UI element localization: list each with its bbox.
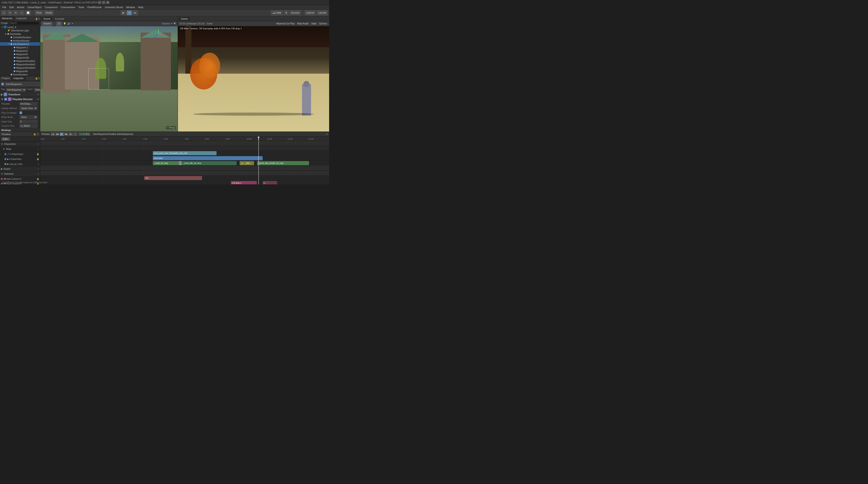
account-button[interactable]: Account	[289, 10, 301, 15]
update-method-select[interactable]: Game Time	[20, 106, 37, 110]
step-button[interactable]: ⏭	[132, 10, 138, 15]
tab-hierarchy[interactable]: Hierarchy	[0, 16, 14, 21]
tab-inspector-top[interactable]: Inspector	[14, 16, 29, 21]
menu-window[interactable]: Window	[125, 5, 136, 9]
gizmos-dropdown[interactable]: ▾	[171, 22, 172, 25]
hierarchy-search[interactable]	[8, 22, 39, 25]
cameras-add[interactable]: +	[38, 173, 39, 175]
hierarchy-item[interactable]: ◆ Waypoint6	[0, 69, 40, 73]
pn1-lock[interactable]: 🔒	[37, 153, 39, 155]
recorded-clip[interactable]: Recorded	[153, 156, 263, 160]
timeline-end-btn[interactable]: ▶|	[69, 132, 73, 136]
hierarchy-item[interactable]: ◆ EventSystem	[0, 73, 40, 76]
toolbar-rect-btn[interactable]: ⬜	[25, 10, 31, 15]
main-camera-track-1[interactable]: 📷 Main Camera (C 🔒	[0, 176, 40, 182]
timeline-menu[interactable]: ☰	[37, 133, 39, 135]
menu-gameobject[interactable]: GameObject	[26, 5, 43, 9]
audio-clip[interactable]: vocs_over_over_firstcastle_intro_n04	[153, 151, 216, 155]
ply-gn-ninja-track[interactable]: ▶ ♦ ply_gn_ninja ●	[0, 162, 40, 166]
menu-file[interactable]: File	[1, 5, 8, 9]
menu-geometry-brush[interactable]: Geometry Brush	[103, 5, 124, 9]
maximize-button[interactable]: □	[102, 1, 105, 4]
menu-edit[interactable]: Edit	[8, 5, 15, 9]
timeline-start-btn[interactable]: |◀	[51, 132, 55, 136]
characters-add[interactable]: +	[38, 143, 39, 145]
cameras-group-header[interactable]: ▼ Cameras +	[0, 171, 40, 176]
minimize-button[interactable]: ─	[98, 1, 101, 4]
tab-scene[interactable]: Scene	[41, 17, 52, 21]
player-ninja-track-1[interactable]: 🎵 ♦ PlayerNinja [ 🔒	[0, 152, 40, 157]
playable-value[interactable]	[20, 102, 37, 105]
timeline-play-btn[interactable]: ▶	[60, 132, 64, 136]
hierarchy-item[interactable]: ◆ Waypoint2	[0, 49, 40, 53]
hierarchy-item[interactable]: ◆ WaypointHostile2	[0, 63, 40, 66]
guard-add[interactable]: +	[38, 168, 39, 170]
global-button[interactable]: Global	[44, 10, 54, 15]
ninja-add[interactable]: +	[38, 148, 39, 150]
guard-group-header[interactable]: ▶ Guard +	[0, 166, 40, 171]
crawl-loop-clip[interactable]: _crawl_00_loop	[153, 161, 179, 165]
mute-audio-btn[interactable]: Mute Audio	[296, 22, 309, 25]
menu-component[interactable]: Component	[43, 5, 59, 9]
initial-time-field[interactable]	[20, 120, 37, 123]
transform-component-header[interactable]: ▶ T Transform ⚙	[0, 92, 40, 97]
ninja-group[interactable]: ▼ Ninja +	[0, 147, 40, 152]
game-canvas[interactable]: CM Main Camera: CM Gameplay dolly A 39% …	[178, 26, 329, 131]
stand-idle-clip[interactable]: _stand_idle_breath_00_loop	[257, 161, 309, 165]
stats-btn[interactable]: Stats	[310, 22, 317, 25]
characters-group-header[interactable]: ▼ Characters +	[0, 142, 40, 147]
pause-button[interactable]: ⏸	[127, 10, 132, 15]
inspector-lock[interactable]: 🔒	[35, 77, 38, 79]
shaded-button[interactable]: Shaded	[41, 21, 53, 26]
hierarchy-item[interactable]: ◆ Waypoint3b	[0, 56, 40, 59]
hierarchy-item[interactable]: ◆ ConstantSystem	[0, 35, 40, 39]
object-name-field[interactable]	[5, 82, 38, 86]
menu-tools[interactable]: Tools	[77, 5, 86, 9]
play-button[interactable]: ▶	[121, 10, 126, 15]
current-time-field[interactable]	[20, 124, 37, 128]
c-clip[interactable]: C...	[263, 181, 277, 184]
playable-director-settings[interactable]: ⚙	[37, 98, 39, 100]
tab-project[interactable]: Project	[0, 76, 11, 80]
hierarchy-item[interactable]: ▶ ◆ Gameplay	[0, 32, 40, 35]
pivot-button[interactable]: Pivot	[35, 10, 43, 15]
hierarchy-item[interactable]: ◆ Waypoint3	[0, 53, 40, 56]
scene-canvas[interactable]: X Y Z < Persp	[40, 26, 178, 131]
menu-pixelwizards[interactable]: PixelWizards	[86, 5, 103, 9]
wrap-mode-select[interactable]: None	[20, 115, 37, 119]
timeline-record-btn[interactable]: ●	[73, 132, 77, 136]
hierarchy-item[interactable]: ▼ 🌐 Level_4	[0, 25, 40, 29]
layers-button[interactable]: Layers ▾	[305, 10, 316, 15]
toolbar-transform-handle-btn[interactable]: ⬡	[1, 10, 6, 15]
timeline-prev-btn[interactable]: ◀◀	[55, 132, 59, 136]
collab-button[interactable]: ☁ Collab	[271, 10, 283, 15]
attack-clip[interactable]: _a... _atta...	[240, 161, 254, 165]
hierarchy-item-introsequence[interactable]: ▼ ◆ IntroSequence	[0, 42, 40, 46]
cm-drop2-clip[interactable]: CM drop 2	[231, 181, 257, 184]
inspector-menu[interactable]: ☰	[38, 77, 40, 79]
tab-console[interactable]: Console	[53, 17, 66, 21]
cm-clip-1[interactable]: CM ...	[144, 176, 202, 180]
maximize-on-play-btn[interactable]: Maximize On Play	[276, 22, 296, 25]
2d-button[interactable]: 2D	[56, 21, 62, 26]
playable-director-enable[interactable]: ✓	[4, 98, 7, 101]
add-button[interactable]: Add+	[1, 137, 10, 141]
hierarchy-item[interactable]: ⚡ Directional Light	[0, 29, 40, 32]
play-on-awake-checkbox[interactable]: ✓	[20, 111, 22, 114]
gizmos-btn[interactable]: Gizmos	[318, 22, 328, 25]
timeline-settings[interactable]: ⚙	[326, 133, 328, 135]
close-button[interactable]: ✕	[106, 1, 110, 4]
tab-game[interactable]: Game	[179, 17, 190, 21]
tag-select[interactable]: IntroSequence	[5, 88, 26, 92]
cloud-button[interactable]: ⬆	[284, 10, 289, 15]
pn2-lock[interactable]: 🔒	[37, 158, 39, 160]
transform-settings[interactable]: ⚙	[37, 93, 39, 96]
toolbar-rotate-btn[interactable]: ↻	[13, 10, 18, 15]
mc1-lock[interactable]: 🔒	[37, 178, 39, 180]
menu-cinemachine[interactable]: Cinemachine	[59, 5, 76, 9]
playable-director-header[interactable]: ▼ ✓ P Playable Director ⚙	[0, 97, 40, 102]
layout-button[interactable]: Layout ▾	[317, 10, 328, 15]
timeline-next-btn[interactable]: ▶▶	[64, 132, 68, 136]
menu-assets[interactable]: Assets	[16, 5, 26, 9]
hierarchy-item[interactable]: ◆ AmbientAssets	[0, 39, 40, 42]
